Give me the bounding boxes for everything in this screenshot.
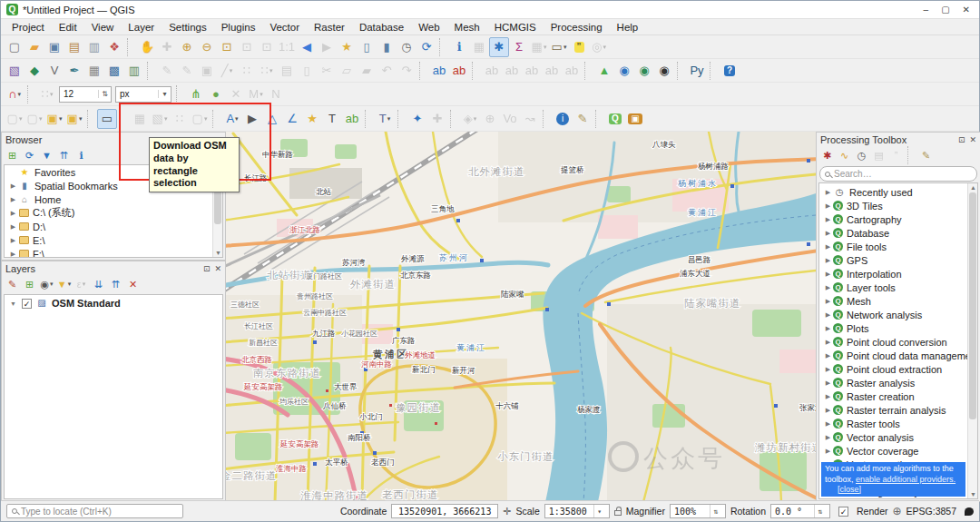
tree-item-recently-used[interactable]: ▶◷Recently used (819, 185, 977, 199)
tree-item-database[interactable]: ▶QDatabase (819, 226, 977, 240)
tree-item-vector-overlay[interactable]: ▶QVector overlay (819, 498, 977, 499)
new-annotation-layer-icon[interactable]: A▾ (222, 109, 242, 129)
enable-providers-link[interactable]: enable additional providers. (856, 475, 956, 484)
menu-edit[interactable]: Edit (52, 22, 84, 33)
select-annotation-icon[interactable]: ▶ (242, 109, 262, 129)
expander-icon[interactable]: ▶ (823, 271, 833, 278)
expander-icon[interactable]: ▶ (823, 407, 833, 414)
new-temporary-scratch-layer-icon[interactable]: ▦ (84, 61, 104, 81)
identify-features-icon[interactable]: ℹ (449, 37, 469, 57)
layers-filter-legend-icon[interactable]: ▼▾ (55, 276, 73, 292)
tree-item-e-[interactable]: ▶E:\ (5, 233, 222, 247)
show-sum-features-icon[interactable]: Σ (509, 37, 529, 57)
layers-collapse-all-icon[interactable]: ⇈ (107, 276, 124, 292)
new-geopackage-layer-icon[interactable]: ◆ (24, 61, 44, 81)
zoom-in-icon[interactable]: ⊕ (177, 37, 197, 57)
expander-icon[interactable]: ▶ (823, 189, 833, 196)
menu-web[interactable]: Web (411, 22, 446, 33)
osm-download-by-rectangle-icon[interactable]: ▭ (97, 109, 117, 129)
expander-icon[interactable]: ▶ (823, 230, 833, 237)
coordinate-value[interactable]: 13520901, 3666213 (391, 504, 498, 518)
menu-hcmgis[interactable]: HCMGIS (487, 22, 544, 33)
text-along-line-annotation-icon[interactable]: ab (342, 109, 362, 129)
tree-item-gps[interactable]: ▶QGPS (819, 253, 977, 267)
tree-item-interpolation[interactable]: ▶QInterpolation (819, 267, 977, 281)
processing-scripts-icon[interactable]: ∿ (836, 147, 853, 163)
locate-input[interactable]: Type to locate (Ctrl+K) (6, 504, 183, 518)
expander-icon[interactable]: ▶ (8, 251, 18, 258)
temporal-controller-icon[interactable]: ◷ (397, 37, 416, 57)
snapping-unit-combo[interactable]: px▾ (115, 86, 172, 103)
tree-item-3d-tiles[interactable]: ▶Q3D Tiles (819, 199, 977, 212)
tree-item-network-analysis[interactable]: ▶QNetwork analysis (819, 308, 977, 321)
expander-icon[interactable]: ▶ (823, 448, 833, 455)
expander-icon[interactable]: ▶ (8, 237, 18, 244)
menu-processing[interactable]: Processing (544, 22, 610, 33)
save-project-icon[interactable]: ▣ (44, 37, 64, 57)
layer-expander-icon[interactable]: ▼ (8, 300, 18, 307)
osm-place-search-icon[interactable]: ◉ (654, 61, 674, 81)
open-project-icon[interactable]: ▰ (24, 37, 44, 57)
tree-item-vector-analysis[interactable]: ▶QVector analysis (819, 430, 977, 444)
crs-value[interactable]: EPSG:3857 (906, 506, 956, 517)
menu-project[interactable]: Project (5, 22, 52, 33)
expander-icon[interactable]: ▶ (823, 339, 833, 346)
zoom-out-icon[interactable]: ⊖ (197, 37, 217, 57)
tree-item-home[interactable]: ▶⌂Home (5, 192, 222, 206)
expander-icon[interactable]: ▶ (823, 352, 833, 359)
expander-icon[interactable]: ▶ (8, 196, 18, 203)
magnifier-spin[interactable]: 100%⇅ (670, 504, 726, 518)
zoom-full-icon[interactable]: ⊡ (217, 37, 237, 57)
layers-manage-themes-icon[interactable]: ◉▾ (38, 276, 55, 292)
layers-close-icon[interactable]: ✕ (214, 264, 221, 273)
new-print-layout-icon[interactable]: ▤ (64, 37, 84, 57)
layer-labeling-icon[interactable]: ab (429, 61, 449, 81)
messages-icon[interactable] (965, 507, 974, 516)
enable-snapping-icon[interactable]: ∩▾ (5, 84, 24, 104)
refresh-map-icon[interactable]: ⟳ (416, 37, 436, 57)
marker-annotation-icon[interactable]: ★ (302, 109, 322, 129)
hcmgis-tools-icon[interactable]: ▲ (594, 61, 614, 81)
tree-item-point-cloud-conversion[interactable]: ▶QPoint cloud conversion (819, 335, 977, 349)
new-gpx-layer-icon[interactable]: ✒ (64, 61, 84, 81)
open-data-source-manager-icon[interactable]: ▧ (5, 61, 24, 81)
line-annotation-icon[interactable]: ∠ (282, 109, 302, 129)
avoid-overlap-icon[interactable]: ● (206, 84, 226, 104)
expander-icon[interactable]: ▶ (823, 379, 833, 387)
layers-open-styling-icon[interactable]: ✎ (4, 276, 21, 292)
scale-combo[interactable]: 1:35800▾ (544, 504, 610, 518)
tree-item-c-系统-[interactable]: ▶C:\ (系统) (5, 206, 222, 220)
polygon-annotation-icon[interactable]: △ (262, 109, 282, 129)
layer-item-osm-standard[interactable]: ▼ ✓ ▨ OSM Standard (5, 295, 222, 311)
show-layout-manager-icon[interactable]: ▥ (84, 37, 104, 57)
layers-remove-icon[interactable]: ✕ (124, 276, 142, 292)
form-annotation-icon[interactable]: T▾ (375, 109, 395, 129)
processing-search-input[interactable]: Search… (819, 166, 977, 182)
menu-view[interactable]: View (84, 22, 122, 33)
tree-item-point-cloud-data-management[interactable]: ▶QPoint cloud data management (819, 349, 977, 362)
maximize-button[interactable]: ▢ (941, 5, 949, 15)
new-spatial-bookmark-icon[interactable]: ★ (337, 37, 357, 57)
zoom-last-icon[interactable]: ◀ (297, 37, 317, 57)
menu-plugins[interactable]: Plugins (214, 22, 263, 33)
layers-add-group-icon[interactable]: ⊞ (21, 276, 38, 292)
expander-icon[interactable]: ▶ (823, 284, 833, 291)
menu-raster[interactable]: Raster (307, 22, 352, 33)
expander-icon[interactable]: ▶ (823, 434, 833, 441)
rotation-spin[interactable]: 0.0 °⇅ (770, 504, 830, 518)
menu-settings[interactable]: Settings (162, 22, 214, 33)
expander-icon[interactable]: ▶ (823, 243, 833, 251)
tree-item-raster-terrain-analysis[interactable]: ▶QRaster terrain analysis (819, 403, 977, 417)
expander-icon[interactable]: ▶ (823, 420, 833, 428)
menu-vector[interactable]: Vector (262, 22, 307, 33)
select-by-form-icon[interactable]: ▣▾ (44, 109, 64, 129)
processing-toolbox-toggle-icon[interactable]: ✱ (489, 37, 509, 57)
menu-database[interactable]: Database (352, 22, 411, 33)
expander-icon[interactable]: ▶ (823, 298, 833, 305)
expander-icon[interactable]: ▶ (823, 366, 833, 373)
layer-diagram-icon[interactable]: ab (449, 61, 469, 81)
processing-options-icon[interactable]: ✎ (917, 147, 935, 163)
text-annotation-icon[interactable]: T (322, 109, 342, 129)
expander-icon[interactable]: ▶ (8, 210, 18, 217)
menu-layer[interactable]: Layer (121, 22, 162, 33)
